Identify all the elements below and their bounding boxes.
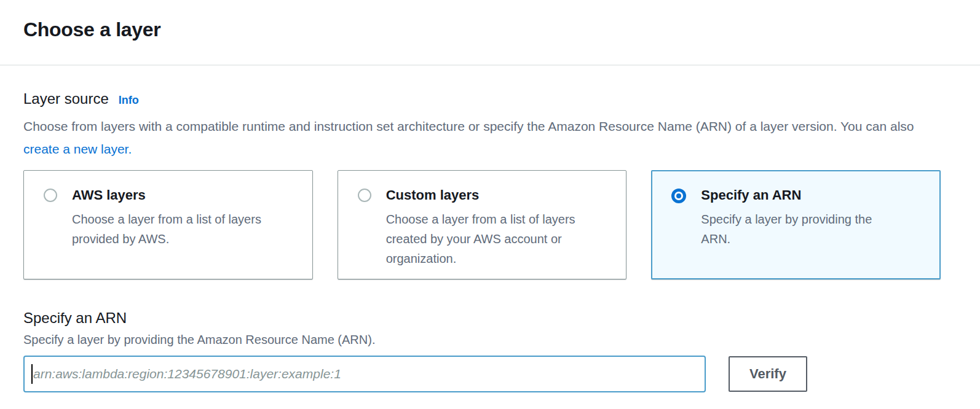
option-card-specify-an-arn[interactable]: Specify an ARN Specify a layer by provid… <box>651 170 941 279</box>
option-title: AWS layers <box>72 187 275 204</box>
option-card-text: Custom layers Choose a layer from a list… <box>386 187 589 268</box>
arn-input-row: Verify <box>23 356 941 392</box>
specify-arn-label: Specify an ARN <box>23 310 941 327</box>
arn-input-wrapper <box>23 356 706 392</box>
info-link[interactable]: Info <box>119 94 139 107</box>
specify-arn-description: Specify a layer by providing the Amazon … <box>23 333 941 347</box>
option-title: Specify an ARN <box>701 187 904 204</box>
option-description: Specify a layer by providing the ARN. <box>701 209 904 249</box>
panel-content: Layer source Info Choose from layers wit… <box>0 90 980 392</box>
option-title: Custom layers <box>386 187 589 204</box>
layer-source-label-row: Layer source Info <box>23 90 941 107</box>
option-card-text: Specify an ARN Specify a layer by provid… <box>701 187 904 249</box>
option-card-aws-layers[interactable]: AWS layers Choose a layer from a list of… <box>23 170 313 279</box>
layer-source-description-text: Choose from layers with a compatible run… <box>23 119 914 133</box>
option-description: Choose a layer from a list of layers pro… <box>72 209 275 249</box>
option-card-custom-layers[interactable]: Custom layers Choose a layer from a list… <box>338 170 627 279</box>
page-title: Choose a layer <box>23 18 957 41</box>
verify-button[interactable]: Verify <box>729 356 807 392</box>
create-new-layer-link[interactable]: create a new layer. <box>23 142 132 156</box>
panel-header: Choose a layer <box>0 0 980 66</box>
radio-button[interactable] <box>44 189 57 202</box>
text-caret <box>31 364 33 384</box>
choose-a-layer-panel: Choose a layer Layer source Info Choose … <box>0 0 980 409</box>
arn-input[interactable] <box>23 356 706 392</box>
layer-source-options: AWS layers Choose a layer from a list of… <box>23 170 941 279</box>
radio-button[interactable] <box>358 189 371 202</box>
layer-source-description: Choose from layers with a compatible run… <box>23 115 927 160</box>
layer-source-label: Layer source <box>23 90 109 107</box>
option-card-text: AWS layers Choose a layer from a list of… <box>72 187 275 249</box>
option-description: Choose a layer from a list of layers cre… <box>386 209 589 268</box>
radio-button[interactable] <box>671 189 686 203</box>
